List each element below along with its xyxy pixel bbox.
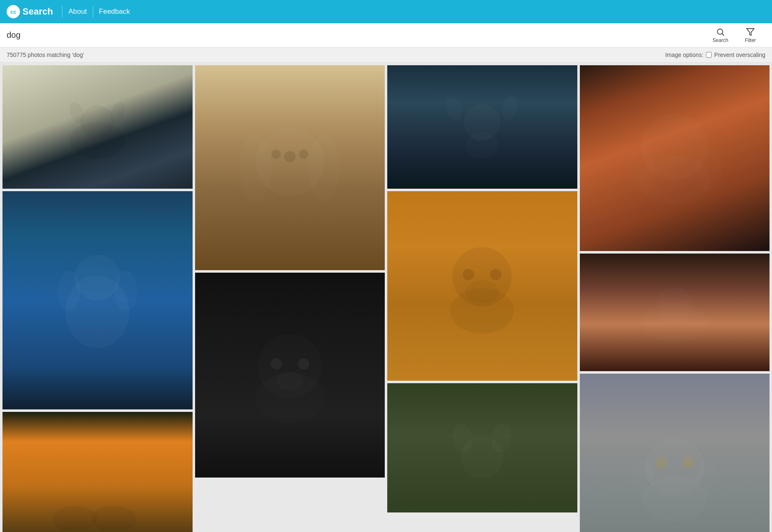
svg-point-23 [276,372,304,390]
image-item-8[interactable] [580,254,770,371]
svg-point-4 [81,106,114,139]
svg-point-38 [628,147,654,192]
search-bar: Search Filter [0,23,772,47]
image-item-2[interactable] [195,65,385,270]
svg-point-10 [114,271,137,312]
logo-link[interactable]: cc Search [7,5,53,18]
prevent-overscaling-checkbox[interactable] [706,52,712,58]
search-icon [716,27,725,37]
svg-point-44 [631,461,654,497]
svg-marker-2 [747,28,754,35]
image-item-9[interactable] [387,383,577,512]
image-item-3[interactable] [387,65,577,189]
svg-point-18 [299,150,308,159]
image-item-5[interactable] [2,191,193,409]
svg-point-0 [718,29,723,34]
logo-text: Search [22,6,53,17]
header-divider-1 [62,6,62,17]
search-actions: Search Filter [705,23,765,47]
search-button[interactable]: Search [705,23,735,47]
svg-point-9 [57,271,80,312]
filter-icon [746,27,755,37]
svg-point-21 [270,358,282,369]
svg-point-15 [308,133,340,202]
svg-point-41 [656,287,693,323]
svg-point-12 [92,506,136,530]
search-button-label: Search [713,37,728,43]
svg-point-25 [465,133,499,158]
svg-point-8 [74,255,120,300]
nav-about[interactable]: About [68,7,87,16]
svg-point-31 [490,269,501,280]
header-divider-2 [93,6,93,17]
image-item-1[interactable] [2,65,193,189]
svg-line-1 [722,34,724,35]
svg-point-17 [272,150,281,159]
svg-point-46 [655,457,666,468]
image-item-7[interactable] [387,191,577,381]
svg-point-22 [298,358,309,369]
svg-point-45 [695,461,718,497]
svg-point-32 [465,280,499,303]
svg-point-11 [53,506,97,530]
search-input[interactable] [7,30,705,40]
image-item-10[interactable] [580,374,770,532]
filter-button[interactable]: Filter [735,23,765,47]
image-item-4[interactable] [580,65,770,251]
svg-point-14 [240,133,272,202]
image-item-11[interactable] [2,412,193,532]
prevent-overscaling-label: Prevent overscaling [714,52,765,58]
svg-point-27 [500,94,521,123]
svg-point-16 [284,150,295,162]
svg-point-47 [683,457,694,468]
results-bar: 750775 photos matching 'dog' Image optio… [0,47,772,63]
image-options-label: Image options: [665,52,703,58]
svg-point-30 [463,269,474,280]
header: cc Search About Feedback [0,0,772,23]
svg-point-26 [444,94,465,123]
filter-button-label: Filter [745,37,756,43]
nav-feedback[interactable]: Feedback [99,7,130,16]
svg-point-39 [695,147,721,192]
image-item-6[interactable] [195,273,385,478]
results-count: 750775 photos matching 'dog' [7,52,84,58]
cc-logo-icon: cc [7,5,20,18]
image-options: Image options: Prevent overscaling [665,52,765,58]
image-grid [0,63,772,532]
